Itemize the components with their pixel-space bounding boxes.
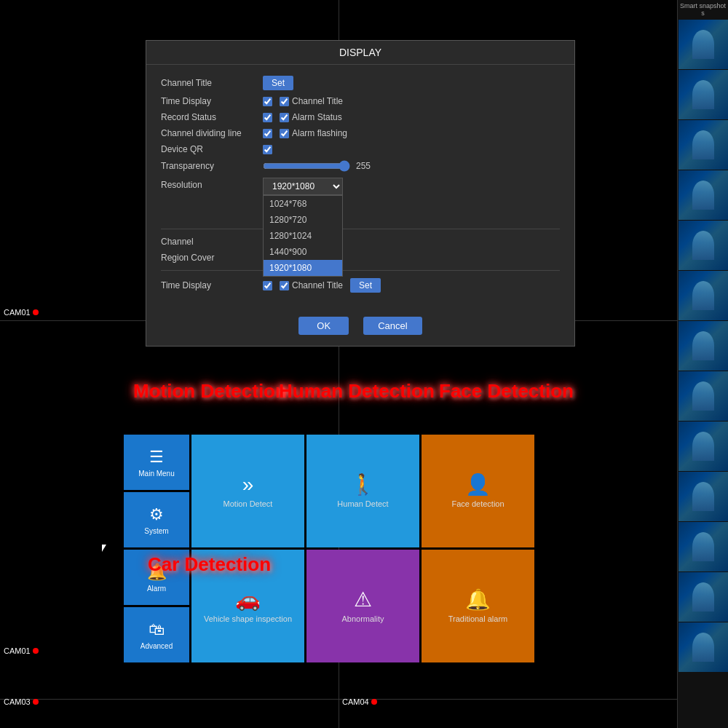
main-menu-icon: ☰ [149, 448, 164, 467]
alarm-flashing-check[interactable]: Alarm flashing [280, 128, 347, 138]
sidebar-tile-main-menu[interactable]: ☰ Main Menu [124, 435, 189, 490]
face-detection-icon: 👤 [465, 475, 491, 495]
cam-label-2: CAM01 [4, 646, 39, 655]
transparency-label: Transparency [161, 161, 263, 171]
device-qr-row: Device QR [161, 144, 560, 154]
region-cover-label: Region Cover [161, 253, 263, 263]
time-display-checkbox[interactable] [263, 97, 272, 106]
advanced-label: Advanced [141, 642, 173, 650]
cam03-text: CAM03 [4, 697, 31, 706]
alarm-status-check[interactable]: Alarm Status [280, 112, 342, 122]
right-panel: Smart snapshots [677, 0, 728, 728]
channel-row: Channel [161, 237, 560, 247]
resolution-select[interactable]: 1920*1080 1024*768 1280*720 1280*1024 14… [263, 178, 343, 195]
time-display2-row: Time Display Channel Title Set [161, 278, 560, 293]
divider-2 [161, 270, 560, 271]
device-qr-checkbox[interactable] [263, 145, 272, 154]
transparency-container: 255 [263, 160, 371, 172]
transparency-slider[interactable] [263, 160, 350, 172]
abnormality-icon: ⚠ [354, 590, 372, 610]
channel-dividing-check[interactable] [263, 129, 272, 138]
resolution-dropdown: 1024*768 1280*720 1280*1024 1440*900 192… [263, 195, 343, 277]
tile-vehicle-shape[interactable]: Car Detection 🚗 Vehicle shape inspection [191, 550, 304, 662]
time-display-row: Time Display Channel Title [161, 96, 560, 106]
time-display2-check[interactable] [263, 281, 272, 290]
vehicle-shape-icon: 🚗 [235, 590, 261, 610]
channel-title2-check[interactable]: Channel Title [280, 280, 343, 290]
advanced-icon: 🛍 [149, 620, 165, 639]
menu-overlay: ☰ Main Menu ⚙ System 🔔 Alarm 🛍 Advanced … [124, 435, 534, 662]
resolution-option-4[interactable]: 1440*900 [264, 244, 342, 260]
alarm-status-label: Alarm Status [292, 112, 342, 122]
alarm-status-checkbox[interactable] [280, 113, 289, 122]
ok-button[interactable]: OK [298, 317, 349, 335]
main-menu-label: Main Menu [138, 470, 174, 478]
channel-title-checkbox[interactable] [280, 97, 289, 106]
record-status-row: Record Status Alarm Status [161, 112, 560, 122]
tile-traditional-alarm[interactable]: 🔔 Traditional alarm [422, 550, 534, 662]
channel-title2-label: Channel Title [292, 280, 343, 290]
snapshot-7 [678, 321, 728, 371]
record-status-check[interactable] [263, 113, 272, 122]
cam04-text: CAM04 [342, 697, 369, 706]
alarm-flashing-checkbox[interactable] [280, 129, 289, 138]
rec-dot-3 [33, 699, 39, 705]
motion-detect-label: Motion Detect [223, 499, 273, 508]
traditional-alarm-icon: 🔔 [465, 590, 491, 610]
channel-title-set-button[interactable]: Set [263, 76, 293, 90]
snapshot-12 [678, 572, 728, 622]
dialog-footer: OK Cancel [146, 309, 574, 346]
channel-dividing-label: Channel dividing line [161, 128, 263, 138]
record-status-checkbox[interactable] [263, 113, 272, 122]
traditional-alarm-label: Traditional alarm [448, 614, 508, 623]
sidebar-tiles: ☰ Main Menu ⚙ System 🔔 Alarm 🛍 Advanced [124, 435, 189, 662]
system-label: System [144, 527, 168, 535]
snapshot-6 [678, 271, 728, 320]
channel-title-check[interactable]: Channel Title [280, 96, 343, 106]
vehicle-shape-label: Vehicle shape inspection [204, 614, 292, 623]
tile-grid-container: Motion Detection Human Detection Face De… [191, 435, 534, 662]
display-dialog: DISPLAY Channel Title Set Time Display C… [146, 40, 575, 347]
channel-label: Channel [161, 237, 263, 247]
device-qr-check[interactable] [263, 145, 272, 154]
time-display2-label: Time Display [161, 280, 263, 290]
tile-human-detect[interactable]: 🚶 Human Detect [306, 435, 419, 547]
resolution-option-2[interactable]: 1280*720 [264, 212, 342, 228]
snapshot-11 [678, 522, 728, 571]
device-qr-label: Device QR [161, 144, 263, 154]
snapshot-8 [678, 371, 728, 421]
alarm-flashing-label: Alarm flashing [292, 128, 347, 138]
resolution-option-1[interactable]: 1024*768 [264, 196, 342, 212]
cam-label-3: CAM03 [4, 697, 39, 706]
cancel-button[interactable]: Cancel [363, 317, 422, 335]
divider-1 [161, 229, 560, 229]
time-display-label: Time Display [161, 96, 263, 106]
resolution-option-3[interactable]: 1280*1024 [264, 228, 342, 244]
snapshot-9 [678, 422, 728, 471]
sidebar-tile-alarm[interactable]: 🔔 Alarm [124, 550, 189, 605]
cam01b-text: CAM01 [4, 646, 31, 655]
channel-dividing-checkbox[interactable] [263, 129, 272, 138]
abnormality-label: Abnormality [341, 614, 384, 623]
sidebar-tile-system[interactable]: ⚙ System [124, 492, 189, 547]
human-detect-icon: 🚶 [350, 475, 376, 495]
channel-title2-checkbox[interactable] [280, 281, 289, 290]
tour-row: Tour [161, 201, 560, 221]
resolution-option-5[interactable]: 1920*1080 [264, 260, 342, 276]
time-display-group: Channel Title [263, 96, 343, 106]
snapshot-13 [678, 622, 728, 672]
sidebar-tile-advanced[interactable]: 🛍 Advanced [124, 607, 189, 662]
tile-abnormality[interactable]: ⚠ Abnormality [306, 550, 419, 662]
record-status-label: Record Status [161, 112, 263, 122]
human-detect-label: Human Detect [337, 499, 388, 508]
dialog-title: DISPLAY [146, 41, 574, 65]
alarm-label: Alarm [147, 585, 166, 593]
channel-dividing-group: Alarm flashing [263, 128, 347, 138]
resolution-label: Resolution [161, 180, 263, 190]
tile-face-detection[interactable]: 👤 Face detection [422, 435, 534, 547]
snapshot-5 [678, 221, 728, 270]
time-display2-checkbox[interactable] [263, 281, 272, 290]
time-display-check[interactable] [263, 97, 272, 106]
tile-motion-detect[interactable]: » Motion Detect [191, 435, 304, 547]
set2-button[interactable]: Set [350, 278, 381, 293]
